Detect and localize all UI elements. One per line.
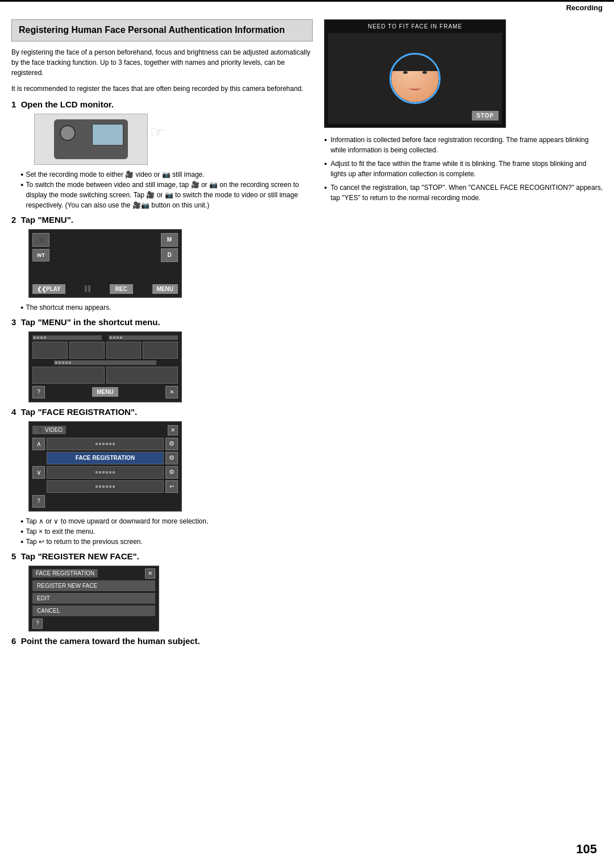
step-6-text: Point the camera toward the human subjec… [21, 636, 200, 646]
video-cam-icon: 🎥 [36, 427, 43, 433]
right-column: NEED TO FIT FACE IN FRAME STOP Informati… [324, 19, 603, 650]
camera-image: ☞ [34, 114, 148, 165]
camera-frame-screen: NEED TO FIT FACE IN FRAME STOP [324, 19, 506, 128]
right-bullet-3: To cancel the registration, tap "STOP". … [324, 182, 603, 203]
step-4-number: 4 Tap "FACE REGISTRATION". [11, 407, 313, 417]
grid-cell-3[interactable] [106, 342, 142, 359]
face-reg-row-2: ∨ ⚙ [32, 466, 178, 479]
face-reg-return-icon[interactable]: ↩ [165, 480, 178, 493]
grid-cell-2[interactable] [69, 342, 105, 359]
dots-bar-1 [32, 335, 102, 340]
face-reg-gear-icon[interactable]: ⚙ [165, 452, 178, 464]
step-4-text: Tap "FACE REGISTRATION". [21, 407, 138, 417]
page-number: 105 [576, 842, 597, 857]
face-hair [391, 55, 439, 71]
reg-new-close-button[interactable]: ✕ [145, 568, 155, 579]
reg-new-q-button[interactable]: ? [32, 618, 43, 629]
face-left-eye [403, 71, 408, 74]
face-reg-item-3[interactable] [47, 480, 164, 493]
face-reg-item-1[interactable] [47, 438, 164, 450]
stop-button[interactable]: STOP [472, 111, 499, 121]
right-bullet-2: Adjust to fit the face within the frame … [324, 159, 603, 179]
grid-cell-4[interactable] [143, 342, 178, 359]
step-1-text: Open the LCD monitor. [21, 99, 114, 109]
grid-cell-5[interactable] [32, 367, 105, 384]
d-button[interactable]: D [161, 248, 178, 262]
register-new-face-screen: FACE REGISTRATION ✕ REGISTER NEW FACE ED… [28, 566, 159, 632]
intro-text-1: By registering the face of a person befo… [11, 47, 313, 78]
camera-body [54, 119, 128, 159]
face-reg-settings-icon[interactable]: ⚙ [165, 438, 178, 450]
face-reg-item-2[interactable] [47, 466, 164, 479]
menu-spacer [32, 264, 178, 281]
step-5-text: Tap "REGISTER NEW FACE". [21, 551, 139, 561]
face-reg-close-button[interactable]: ✕ [168, 425, 178, 435]
left-column: Registering Human Face Personal Authenti… [11, 19, 313, 650]
intro-text-2: It is recommended to register the faces … [11, 84, 313, 94]
item-dots-1 [94, 442, 116, 446]
face-inner [391, 55, 439, 102]
grid-cell-6[interactable] [106, 367, 179, 384]
step-4-bullets: Tap ∧ or ∨ to move upward or downward fo… [20, 516, 313, 547]
grid-cell-1[interactable] [32, 342, 68, 359]
face-mouth [409, 86, 421, 90]
grid-row-2 [32, 342, 178, 359]
header-text: Recording [566, 3, 603, 12]
top-border [0, 0, 614, 2]
video-icon: 🎥 [32, 233, 49, 247]
grid-mid-dots [32, 360, 178, 365]
step-5: 5 Tap "REGISTER NEW FACE". FACE REGISTRA… [11, 551, 313, 632]
grid-row-1 [32, 335, 178, 340]
step-2-text: Tap "MENU". [21, 215, 73, 225]
right-bullet-1: Information is collected before face reg… [324, 135, 603, 155]
step-2: 2 Tap "MENU". 🎥 M WT D ❮❮PLAY [11, 215, 313, 313]
rec-group [85, 285, 90, 292]
right-bullets: Information is collected before face reg… [324, 135, 603, 203]
step-2-bullets: The shortcut menu appears. [20, 302, 313, 313]
face-registration-item[interactable]: FACE REGISTRATION [47, 452, 164, 464]
item-dots-3 [94, 484, 116, 489]
wt-button[interactable]: WT [32, 249, 49, 261]
step-3-number: 3 Tap "MENU" in the shortcut menu. [11, 317, 313, 327]
video-label: VIDEO [45, 427, 63, 433]
camera-lens [60, 125, 76, 141]
face-reg-bottom: ? [32, 495, 178, 508]
face-reg-row-3: ↩ [32, 480, 178, 493]
step-4-bullet-1: Tap ∧ or ∨ to move upward or downward fo… [20, 516, 313, 526]
menu-button[interactable]: MENU [152, 284, 178, 294]
step-1-bullet-2: To switch the mode between video and sti… [20, 180, 313, 210]
cancel-button[interactable]: CANCEL [32, 605, 155, 616]
menu-row-2: WT D [32, 248, 178, 262]
edit-button[interactable]: EDIT [32, 593, 155, 604]
grid-menu-button[interactable]: MENU [92, 387, 118, 397]
m-button[interactable]: M [161, 233, 178, 247]
face-reg-up-arrow[interactable]: ∧ [32, 438, 45, 450]
dots-bar-2 [109, 335, 178, 340]
reg-new-bottom: ? [32, 618, 155, 629]
step-6: 6 Point the camera toward the human subj… [11, 636, 313, 646]
camera-screen-display [92, 124, 123, 146]
frame-content: STOP [328, 33, 502, 124]
register-new-face-button[interactable]: REGISTER NEW FACE [32, 580, 155, 591]
face-reg-row-1: ∧ ⚙ [32, 438, 178, 450]
face-reg-q-button[interactable]: ? [32, 495, 45, 508]
face-reg-icon-3[interactable]: ⚙ [165, 466, 178, 479]
grid-x-button[interactable]: ✕ [165, 386, 178, 398]
face-reg-down-arrow[interactable]: ∨ [32, 466, 45, 479]
step-4: 4 Tap "FACE REGISTRATION". 🎥 VIDEO ✕ ∧ [11, 407, 313, 547]
reg-new-title-label: FACE REGISTRATION [32, 569, 98, 578]
step-1-number: 1 Open the LCD monitor. [11, 99, 313, 109]
item-dots-2 [94, 470, 116, 475]
pause-bar-2 [88, 285, 90, 292]
rec-button[interactable]: REC [110, 284, 133, 294]
menu-row-1: 🎥 M [32, 233, 178, 247]
step-3: 3 Tap "MENU" in the shortcut menu. [11, 317, 313, 402]
step-5-number: 5 Tap "REGISTER NEW FACE". [11, 551, 313, 561]
grid-q-button[interactable]: ? [32, 386, 45, 398]
face-reg-screen: 🎥 VIDEO ✕ ∧ ⚙ [28, 421, 182, 512]
step-2-bullet-1: The shortcut menu appears. [20, 302, 313, 313]
grid-bottom-row: ? MENU ✕ [32, 386, 178, 398]
face-frame-circle [389, 53, 441, 104]
face-reg-top: 🎥 VIDEO ✕ [32, 425, 178, 435]
play-button[interactable]: ❮❮PLAY [32, 284, 65, 294]
